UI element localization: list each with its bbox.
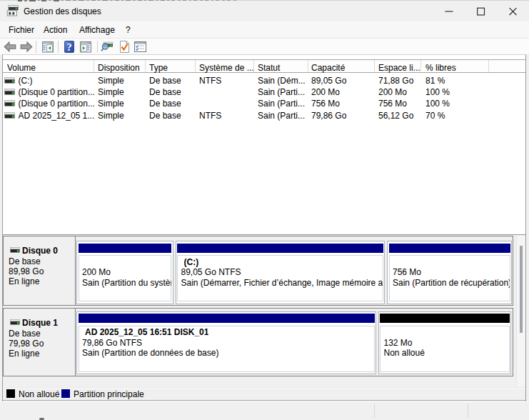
svg-text:?: ? xyxy=(66,41,72,53)
